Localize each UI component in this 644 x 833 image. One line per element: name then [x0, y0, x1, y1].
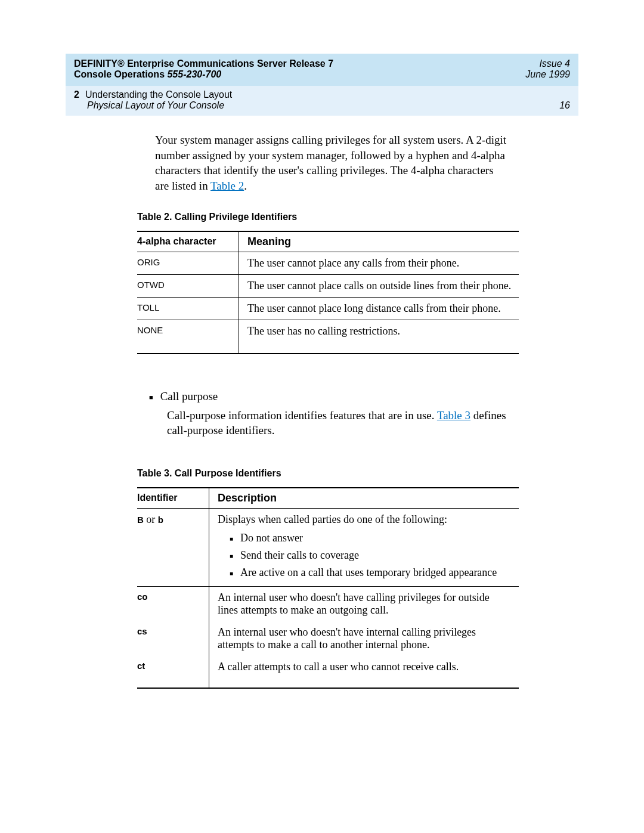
- chapter-bar: 2Understanding the Console Layout Physic…: [66, 86, 578, 116]
- table2-caption: Table 2. Calling Privilege Identifiers: [137, 212, 578, 222]
- table3-link[interactable]: Table 3: [437, 409, 470, 422]
- doc-subtitle: Console Operations: [74, 69, 167, 79]
- table3-header-2: Description: [209, 488, 519, 509]
- table-row: TOLL The user cannot place long distance…: [137, 297, 519, 320]
- table3-caption: Table 3. Call Purpose Identifiers: [137, 468, 578, 479]
- table-row: OTWD The user cannot place calls on outs…: [137, 274, 519, 297]
- issue-label: Issue 4: [525, 58, 570, 69]
- page-number: 16: [559, 100, 570, 111]
- doc-number: 555-230-700: [167, 69, 221, 79]
- list-item: Send their calls to coverage: [230, 547, 512, 564]
- table3: Identifier Description B or b Displays w…: [137, 487, 519, 689]
- doc-title: DEFINITY® Enterprise Communications Serv…: [74, 58, 333, 69]
- table-row: ct A caller attempts to call a user who …: [137, 656, 519, 688]
- page-header: DEFINITY® Enterprise Communications Serv…: [66, 54, 578, 86]
- table2: 4-alpha character Meaning ORIG The user …: [137, 231, 519, 354]
- table-row: ORIG The user cannot place any calls fro…: [137, 252, 519, 274]
- document-page: DEFINITY® Enterprise Communications Serv…: [0, 0, 644, 833]
- call-purpose-section: Call purpose Call-purpose information id…: [149, 390, 507, 438]
- table2-link[interactable]: Table 2: [210, 179, 244, 192]
- chapter-subtitle: Physical Layout of Your Console: [87, 100, 232, 111]
- list-item: Are active on a call that uses temporary…: [230, 564, 512, 581]
- list-item: Do not answer: [230, 529, 512, 547]
- table-row: cs An internal user who doesn't have int…: [137, 621, 519, 656]
- date-label: June 1999: [525, 69, 570, 80]
- table3-header-1: Identifier: [137, 488, 209, 509]
- call-purpose-heading: Call purpose: [149, 390, 507, 403]
- table2-header-1: 4-alpha character: [137, 231, 239, 252]
- chapter-number: 2: [74, 89, 79, 100]
- table2-header-2: Meaning: [239, 231, 519, 252]
- table-row: co An internal user who doesn't have cal…: [137, 586, 519, 621]
- intro-paragraph: Your system manager assigns calling priv…: [155, 132, 507, 194]
- table-row: B or b Displays when called parties do o…: [137, 508, 519, 586]
- chapter-title: Understanding the Console Layout: [85, 89, 232, 100]
- table-row: NONE The user has no calling restriction…: [137, 320, 519, 354]
